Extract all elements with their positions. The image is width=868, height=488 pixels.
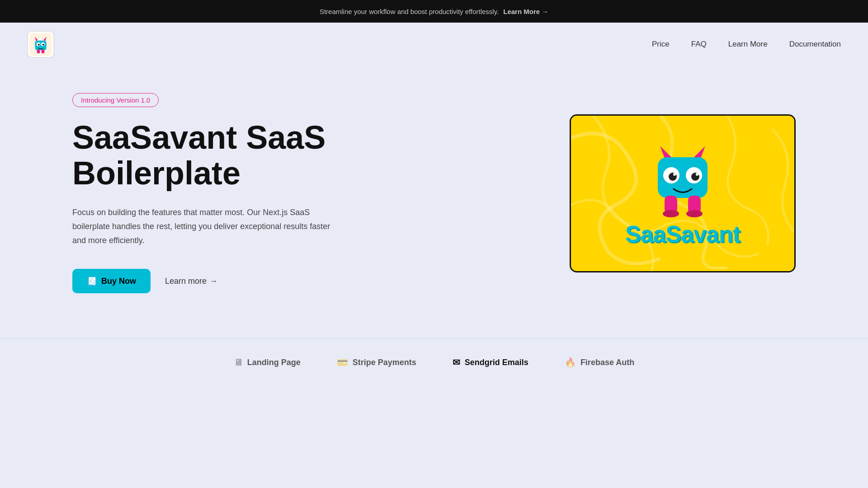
feature-landing-page: 🖥 Landing Page (234, 357, 301, 368)
hero-title-line2: Boilerplate (72, 155, 241, 191)
logo-icon (29, 33, 52, 56)
svg-point-19 (696, 173, 698, 176)
svg-rect-9 (42, 50, 45, 53)
feature-sendgrid-label: Sendgrid Emails (465, 358, 528, 367)
feature-stripe: 💳 Stripe Payments (337, 357, 416, 368)
learn-more-link[interactable]: Learn more → (165, 277, 217, 286)
feature-stripe-label: Stripe Payments (353, 358, 416, 367)
nav-learn-more[interactable]: Learn More (728, 40, 768, 48)
sendgrid-icon: ✉ (453, 357, 460, 368)
feature-firebase: 🔥 Firebase Auth (565, 357, 634, 368)
feature-firebase-label: Firebase Auth (580, 358, 634, 367)
announcement-arrow: → (542, 8, 548, 15)
hero-section: Introducing Version 1.0 SaaSavant SaaS B… (0, 66, 868, 329)
svg-rect-8 (37, 50, 40, 53)
feature-landing-label: Landing Page (247, 358, 301, 367)
svg-point-18 (673, 173, 676, 176)
hero-monster: SaaSavant (625, 139, 740, 248)
hero-title-line1: SaaSavant SaaS (72, 119, 326, 155)
version-badge: Introducing Version 1.0 (72, 93, 159, 107)
hero-brand-text: SaaSavant (625, 221, 740, 248)
svg-point-6 (38, 44, 40, 46)
svg-point-23 (686, 210, 703, 217)
feature-sendgrid: ✉ Sendgrid Emails (453, 357, 528, 368)
announcement-link[interactable]: Learn More → (503, 8, 548, 15)
nav-documentation[interactable]: Documentation (789, 40, 841, 48)
hero-actions: 🧾 Buy Now Learn more → (72, 269, 335, 293)
navbar: Price FAQ Learn More Documentation (0, 23, 868, 66)
firebase-icon: 🔥 (565, 357, 576, 368)
hero-image-card: SaaSavant (570, 114, 796, 272)
hero-description: Focus on building the features that matt… (72, 206, 335, 247)
learn-label: Learn more (165, 277, 207, 286)
stripe-icon: 💳 (337, 357, 348, 368)
learn-arrow: → (209, 277, 217, 286)
landing-page-icon: 🖥 (234, 357, 243, 368)
hero-left: Introducing Version 1.0 SaaSavant SaaS B… (72, 93, 335, 293)
buy-label: Buy Now (101, 277, 136, 286)
logo[interactable] (27, 31, 54, 58)
announcement-link-label: Learn More (503, 8, 540, 15)
buy-now-button[interactable]: 🧾 Buy Now (72, 269, 151, 293)
svg-point-22 (663, 210, 679, 217)
buy-icon: 🧾 (87, 276, 97, 286)
svg-point-7 (42, 44, 44, 46)
announcement-bar: Streamline your workflow and boost produ… (0, 0, 868, 23)
announcement-text: Streamline your workflow and boost produ… (320, 8, 499, 15)
features-strip: 🖥 Landing Page 💳 Stripe Payments ✉ Sendg… (0, 338, 868, 386)
hero-title: SaaSavant SaaS Boilerplate (72, 120, 335, 191)
nav-faq[interactable]: FAQ (691, 40, 707, 48)
monster-svg (646, 139, 719, 221)
nav-price[interactable]: Price (652, 40, 670, 48)
nav-links: Price FAQ Learn More Documentation (652, 40, 841, 49)
